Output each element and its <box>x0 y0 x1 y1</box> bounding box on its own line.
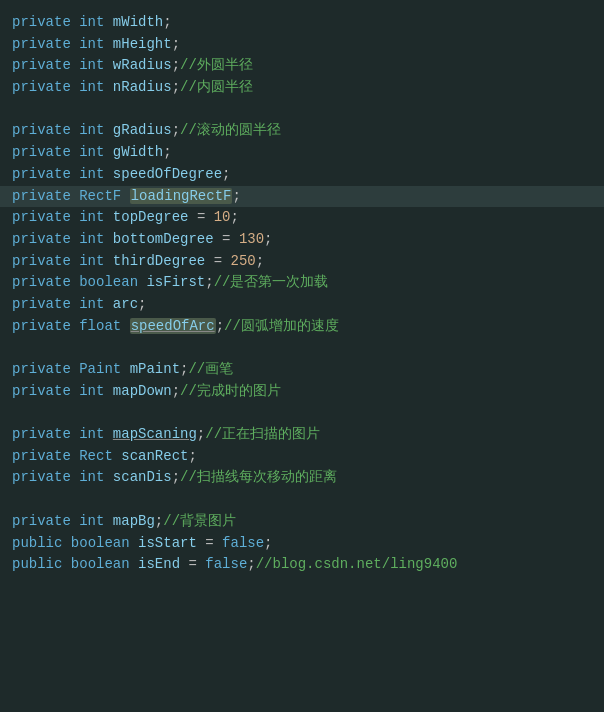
code-line-22: private int scanDis;//扫描线每次移动的距离 <box>0 467 604 489</box>
code-line-17: private Paint mPaint;//画笔 <box>0 359 604 381</box>
code-line-empty-3 <box>0 402 604 424</box>
code-line-6: private int gRadius;//滚动的圆半径 <box>0 120 604 142</box>
code-line-9: private RectF loadingRectF; <box>0 186 604 208</box>
code-line-25: public boolean isStart = false; <box>0 533 604 555</box>
code-line-1: private int mWidth; <box>0 12 604 34</box>
code-line-24: private int mapBg;//背景图片 <box>0 511 604 533</box>
code-line-2: private int mHeight; <box>0 34 604 56</box>
code-line-12: private int thirdDegree = 250; <box>0 251 604 273</box>
code-line-14: private int arc; <box>0 294 604 316</box>
code-line-13: private boolean isFirst;//是否第一次加载 <box>0 272 604 294</box>
code-line-20: private int mapScaning;//正在扫描的图片 <box>0 424 604 446</box>
code-line-4: private int nRadius;//内圆半径 <box>0 77 604 99</box>
code-line-8: private int speedOfDegree; <box>0 164 604 186</box>
code-line-empty-2 <box>0 337 604 359</box>
code-line-empty-4 <box>0 489 604 511</box>
code-line-18: private int mapDown;//完成时的图片 <box>0 381 604 403</box>
code-editor: private int mWidth; private int mHeight;… <box>0 8 604 580</box>
code-line-21: private Rect scanRect; <box>0 446 604 468</box>
code-line-11: private int bottomDegree = 130; <box>0 229 604 251</box>
code-line-26: public boolean isEnd = false;//blog.csdn… <box>0 554 604 576</box>
code-line-15: private float speedOfArc;//圆弧增加的速度 <box>0 316 604 338</box>
code-line-3: private int wRadius;//外圆半径 <box>0 55 604 77</box>
code-line-10: private int topDegree = 10; <box>0 207 604 229</box>
code-line-empty-1 <box>0 99 604 121</box>
code-line-7: private int gWidth; <box>0 142 604 164</box>
